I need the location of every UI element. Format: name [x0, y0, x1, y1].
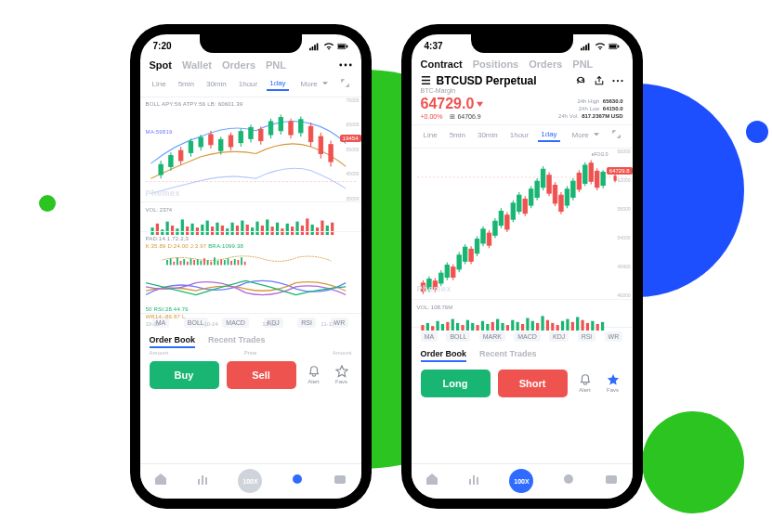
watermark: Phemex [417, 284, 452, 293]
svg-rect-35 [279, 117, 282, 130]
chip-macd[interactable]: MACD [514, 331, 541, 342]
svg-rect-212 [551, 322, 554, 331]
svg-rect-189 [436, 320, 438, 331]
top-tab-wallet[interactable]: Wallet [182, 59, 212, 71]
top-tab-orders[interactable]: Orders [529, 58, 562, 70]
tf-line[interactable]: Line [421, 129, 440, 141]
top-tab-orders[interactable]: Orders [222, 59, 255, 71]
more-icon[interactable] [339, 58, 352, 71]
svg-rect-169 [558, 195, 562, 211]
status-time: 7:20 [153, 41, 172, 51]
tf-30min[interactable]: 30min [203, 78, 229, 90]
vol-legend: VOL: 108.76M [417, 305, 627, 310]
short-button[interactable]: Short [498, 370, 568, 397]
svg-rect-19 [199, 137, 203, 147]
tf-1hour[interactable]: 1hour [236, 78, 260, 90]
alert-button[interactable]: Alert [575, 373, 595, 393]
svg-point-110 [293, 474, 302, 484]
expand-icon[interactable] [612, 130, 621, 138]
chip-ma[interactable]: MA [421, 331, 438, 342]
svg-rect-197 [476, 325, 478, 331]
price-chart[interactable]: BOLL APY:56 ATPY:56 LB: 60601.39 7500065… [140, 97, 361, 201]
svg-rect-111 [334, 475, 346, 484]
nav-assets[interactable] [333, 472, 347, 490]
nav-trade[interactable]: 100X [509, 469, 533, 493]
svg-rect-145 [487, 233, 491, 245]
alert-button[interactable]: Alert [304, 365, 324, 384]
nav-markets[interactable] [467, 472, 482, 490]
phone-contract: 4:37 Contract Positions Orders PNL BTCUS… [402, 25, 642, 508]
top-tab-spot[interactable]: Spot [150, 59, 172, 71]
nav-contract[interactable] [290, 472, 305, 490]
svg-rect-190 [440, 323, 443, 331]
symbol-title[interactable]: BTCUSD Perpetual [437, 74, 537, 87]
tf-1hour[interactable]: 1hour [507, 129, 531, 141]
svg-point-121 [621, 79, 622, 81]
svg-rect-188 [431, 326, 434, 331]
tf-1day[interactable]: 1day [267, 77, 288, 91]
svg-rect-13 [168, 155, 172, 166]
long-button[interactable]: Long [421, 370, 491, 397]
chip-mark[interactable]: MARK [479, 331, 505, 342]
svg-rect-224 [473, 475, 475, 485]
nav-assets[interactable] [604, 472, 619, 490]
svg-rect-3 [316, 43, 318, 50]
svg-rect-41 [308, 126, 312, 141]
nav-home[interactable] [425, 472, 439, 490]
svg-rect-31 [258, 129, 262, 140]
tf-5min[interactable]: 5min [176, 78, 197, 90]
y-axis: 7500065000550004500035000 [339, 97, 360, 201]
signal-icon [309, 42, 321, 51]
svg-rect-222 [600, 321, 603, 331]
svg-rect-113 [582, 46, 584, 50]
svg-rect-141 [475, 239, 478, 253]
favs-button[interactable]: Favs [603, 373, 623, 393]
chip-kdj[interactable]: KDJ [549, 331, 569, 342]
refresh-icon[interactable] [575, 75, 586, 86]
volume-chart[interactable]: VOL: 2374 [140, 201, 361, 231]
top-tab-contract[interactable]: Contract [421, 58, 463, 70]
top-tab-positions[interactable]: Positions [473, 58, 519, 70]
nav-markets[interactable] [196, 472, 211, 490]
ticker-stats: 24h High 65630.0 24h Low 64150.0 24h Vol… [558, 98, 622, 120]
svg-point-120 [616, 79, 618, 81]
expand-icon[interactable] [341, 79, 349, 87]
menu-icon[interactable] [421, 75, 431, 85]
chip-boll[interactable]: BOLL [446, 331, 470, 342]
timeframe-row: Line 5min 30min 1hour 1day More [412, 125, 633, 149]
sub-tab-trades[interactable]: Recent Trades [208, 335, 266, 348]
sub-tab-orderbook[interactable]: Order Book [150, 335, 196, 348]
chip-rsi[interactable]: RSI [578, 331, 596, 342]
tf-1day[interactable]: 1day [538, 128, 559, 142]
sell-button[interactable]: Sell [227, 361, 296, 389]
nav-home[interactable] [153, 472, 168, 490]
sub-tab-orderbook[interactable]: Order Book [421, 349, 467, 362]
tf-more[interactable]: More [295, 76, 331, 92]
volume-chart[interactable]: VOL: 108.76M [412, 299, 633, 327]
svg-rect-159 [529, 188, 532, 204]
svg-rect-201 [496, 318, 499, 331]
sub-tab-trades[interactable]: Recent Trades [479, 349, 537, 362]
buy-button[interactable]: Buy [150, 361, 219, 389]
mark-price: 64706.9 [457, 113, 480, 120]
svg-rect-196 [471, 322, 474, 331]
nav-trade[interactable]: 100X [238, 469, 262, 493]
more-icon[interactable] [612, 75, 623, 86]
chip-wr[interactable]: WR [605, 331, 623, 342]
svg-rect-88 [183, 259, 185, 265]
oscillator-chart[interactable]: PAD:14.1,72.2,3 K:35.89 D:24.00 J:3.97 B… [140, 231, 361, 313]
svg-rect-214 [560, 320, 563, 331]
tf-30min[interactable]: 30min [475, 129, 501, 141]
top-tab-pnl[interactable]: PNL [266, 59, 286, 71]
tf-5min[interactable]: 5min [447, 129, 468, 141]
wifi-icon [323, 42, 334, 51]
tf-more[interactable]: More [567, 127, 602, 143]
top-tab-pnl[interactable]: PNL [572, 58, 593, 70]
favs-button[interactable]: Favs [332, 365, 352, 384]
svg-rect-43 [319, 136, 322, 153]
nav-contract[interactable] [561, 472, 576, 490]
share-icon[interactable] [594, 75, 605, 86]
svg-rect-93 [200, 260, 202, 265]
tf-line[interactable]: Line [150, 78, 169, 90]
price-chart[interactable]: eFOG:0 660006200058000540004996046000 64… [412, 149, 633, 299]
